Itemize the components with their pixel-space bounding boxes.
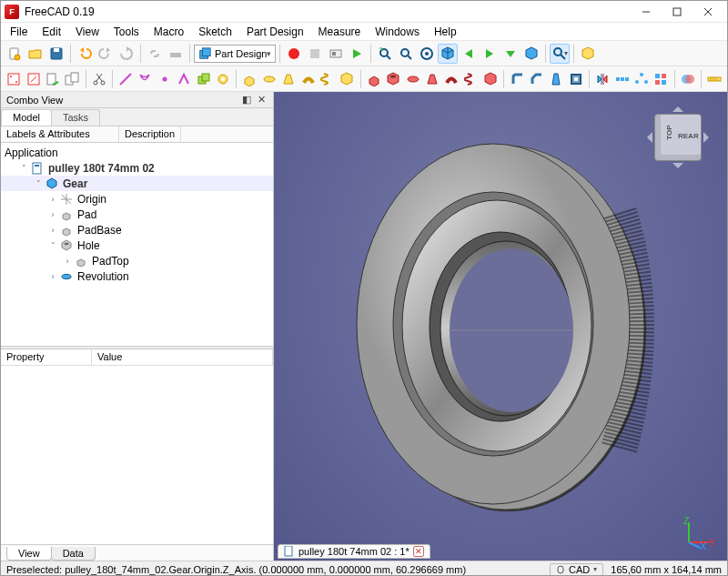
fit-all-icon[interactable]: [375, 44, 395, 64]
bottom-tab-view[interactable]: View: [6, 547, 52, 561]
menu-macro[interactable]: Macro: [147, 24, 191, 40]
save-icon[interactable]: [46, 44, 66, 64]
clone-icon[interactable]: [195, 69, 213, 89]
tree-item-hole[interactable]: Hole: [77, 239, 100, 252]
navigation-cube[interactable]: TOP REAR: [642, 101, 714, 174]
link-icon[interactable]: [145, 44, 165, 64]
tree-item-doc[interactable]: pulley 180t 74mm 02: [48, 162, 155, 175]
multitrans-icon[interactable]: [652, 69, 670, 89]
new-doc-icon[interactable]: [5, 44, 25, 64]
menu-partdesign[interactable]: Part Design: [239, 24, 311, 40]
build-icon[interactable]: [166, 44, 186, 64]
menu-help[interactable]: Help: [427, 24, 464, 40]
panel-float-icon[interactable]: ◧: [240, 94, 253, 106]
panel-title: Combo View: [6, 95, 63, 106]
3d-viewport[interactable]: TOP REAR Z Y X pulley 180t 74mm 02 : 1* …: [274, 92, 727, 561]
additive-prim-icon[interactable]: [338, 69, 356, 89]
nav-style-selector[interactable]: CAD▾: [550, 563, 603, 576]
map-sketch-icon[interactable]: [44, 69, 62, 89]
chamfer-icon[interactable]: [528, 69, 546, 89]
cut-icon[interactable]: [90, 69, 108, 89]
iso-view-icon[interactable]: [438, 44, 458, 64]
record-icon[interactable]: [284, 44, 304, 64]
execute-icon[interactable]: [347, 44, 367, 64]
menu-tools[interactable]: Tools: [106, 24, 147, 40]
revolution-icon[interactable]: [260, 69, 278, 89]
sub-prim-icon[interactable]: [481, 69, 500, 89]
measure-icon[interactable]: [705, 69, 723, 89]
undo-icon[interactable]: [75, 44, 95, 64]
view-right-icon[interactable]: [480, 44, 500, 64]
view-tab-close-icon[interactable]: ✕: [413, 546, 424, 557]
pipe-icon[interactable]: [298, 69, 317, 89]
mirror-icon[interactable]: [593, 69, 612, 89]
draft-icon[interactable]: [547, 69, 565, 89]
fillet-icon[interactable]: [508, 69, 526, 89]
sub-pipe-icon[interactable]: [442, 69, 460, 89]
refresh-icon[interactable]: [116, 44, 136, 64]
tree-item-origin[interactable]: Origin: [77, 193, 106, 206]
menu-file[interactable]: File: [3, 24, 35, 40]
navcube-left-icon[interactable]: [642, 132, 652, 143]
svg-rect-51: [655, 80, 660, 85]
svg-rect-82: [558, 566, 563, 573]
navcube-right-icon[interactable]: [703, 132, 714, 143]
maximize-button[interactable]: [662, 3, 693, 21]
validate-sketch-icon[interactable]: [63, 69, 81, 89]
model-tree[interactable]: Application ˅pulley 180t 74mm 02 ˅Gear ›…: [1, 143, 273, 346]
close-button[interactable]: [693, 3, 723, 21]
sub-loft-icon[interactable]: [423, 69, 441, 89]
tree-item-padbase[interactable]: PadBase: [77, 224, 122, 237]
menu-sketch[interactable]: Sketch: [191, 24, 239, 40]
navcube-up-icon[interactable]: [672, 101, 683, 112]
loft-icon[interactable]: [279, 69, 298, 89]
tree-item-padtop[interactable]: PadTop: [92, 255, 129, 268]
pad-icon[interactable]: [240, 69, 258, 89]
boolean-icon[interactable]: [678, 69, 696, 89]
redo-icon[interactable]: [96, 44, 116, 64]
datum-plane-icon[interactable]: [136, 69, 154, 89]
open-icon[interactable]: [25, 44, 46, 64]
fit-sel-icon[interactable]: [396, 44, 416, 64]
hole-icon[interactable]: [384, 69, 402, 89]
datum-point-icon[interactable]: [156, 69, 174, 89]
tree-item-pad[interactable]: Pad: [77, 208, 96, 221]
tab-tasks[interactable]: Tasks: [51, 109, 100, 126]
macros-icon[interactable]: [326, 44, 346, 64]
thickness-icon[interactable]: [567, 69, 585, 89]
menu-measure[interactable]: Measure: [311, 24, 369, 40]
draw-style-icon[interactable]: [417, 44, 437, 64]
bottom-tab-data[interactable]: Data: [51, 547, 96, 561]
edit-sketch-icon[interactable]: [24, 69, 42, 89]
zoom-mode-icon[interactable]: ▾: [550, 44, 570, 64]
helix-add-icon[interactable]: [318, 69, 337, 89]
polar-pattern-icon[interactable]: [632, 69, 651, 89]
groove-icon[interactable]: [403, 69, 421, 89]
menu-windows[interactable]: Windows: [368, 24, 427, 40]
datum-line-icon[interactable]: [116, 69, 135, 89]
pocket-icon[interactable]: [365, 69, 383, 89]
gear-icon[interactable]: [214, 69, 232, 89]
workbench-selector[interactable]: Part Design: [194, 45, 276, 63]
menu-view[interactable]: View: [68, 24, 106, 40]
tree-item-revolution[interactable]: Revolution: [77, 270, 129, 283]
part-icon[interactable]: [578, 44, 598, 64]
stop-icon[interactable]: [305, 44, 325, 64]
navcube-down-icon[interactable]: [672, 163, 683, 174]
view-tab-label: pulley 180t 74mm 02 : 1*: [298, 546, 410, 557]
sub-helix-icon[interactable]: [462, 69, 480, 89]
view-down-icon[interactable]: [500, 44, 521, 64]
minimize-button[interactable]: [631, 3, 662, 21]
view-box-icon[interactable]: [521, 44, 541, 64]
new-sketch-icon[interactable]: [5, 69, 23, 89]
tree-item-gear[interactable]: Gear: [63, 177, 87, 190]
view-tab[interactable]: pulley 180t 74mm 02 : 1* ✕: [278, 544, 430, 559]
linear-pattern-icon[interactable]: [612, 69, 631, 89]
tab-model[interactable]: Model: [1, 109, 52, 126]
shapebinder-icon[interactable]: [175, 69, 193, 89]
panel-close-icon[interactable]: ✕: [255, 94, 268, 106]
menu-edit[interactable]: Edit: [35, 24, 68, 40]
property-body[interactable]: [1, 366, 273, 544]
property-header: Property Value: [1, 349, 273, 366]
view-left-icon[interactable]: [459, 44, 479, 64]
